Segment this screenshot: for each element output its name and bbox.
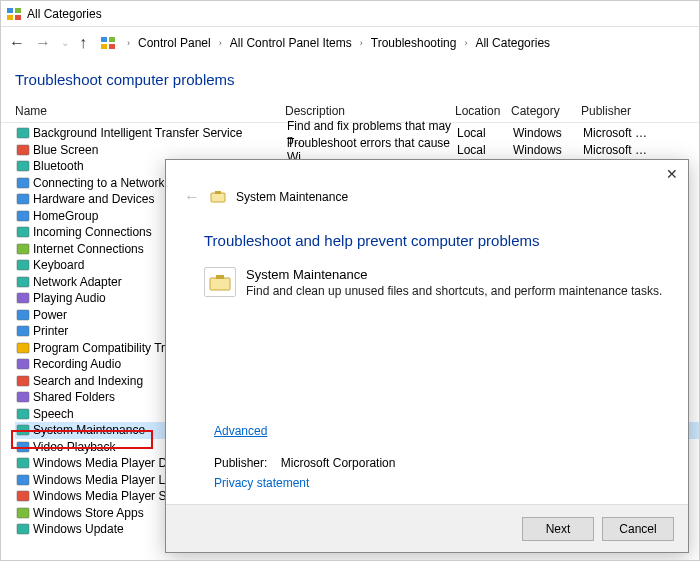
- item-icon: [15, 241, 31, 256]
- item-label: Search and Indexing: [33, 374, 143, 388]
- item-icon: [15, 406, 31, 421]
- item-label: Incoming Connections: [33, 225, 152, 239]
- item-icon: [15, 439, 31, 454]
- item-label: Playing Audio: [33, 291, 106, 305]
- column-header-category[interactable]: Category: [511, 104, 581, 118]
- item-icon: [15, 126, 31, 141]
- svg-rect-24: [17, 392, 29, 402]
- item-icon: [15, 373, 31, 388]
- svg-rect-31: [17, 508, 29, 518]
- svg-rect-22: [17, 359, 29, 369]
- chevron-right-icon[interactable]: ›: [219, 38, 222, 48]
- svg-rect-36: [216, 275, 224, 279]
- item-label: Connecting to a Network: [33, 176, 164, 190]
- item-icon: [15, 258, 31, 273]
- item-icon: [15, 522, 31, 537]
- item-label: Windows Store Apps: [33, 506, 144, 520]
- item-publisher: Microsoft …: [583, 126, 663, 140]
- item-label: Windows Media Player DVD: [33, 456, 171, 470]
- svg-rect-13: [17, 211, 29, 221]
- svg-rect-33: [211, 193, 225, 202]
- page-title: Troubleshoot computer problems: [15, 71, 699, 88]
- svg-rect-16: [17, 260, 29, 270]
- cancel-button[interactable]: Cancel: [602, 517, 674, 541]
- chevron-right-icon[interactable]: ›: [360, 38, 363, 48]
- up-button[interactable]: ↑: [79, 35, 87, 51]
- navigation-bar: ← → ⌄ ↑ › Control Panel › All Control Pa…: [1, 27, 699, 59]
- svg-rect-7: [109, 44, 115, 49]
- svg-rect-26: [17, 425, 29, 435]
- item-label: Windows Update: [33, 522, 124, 536]
- svg-rect-17: [17, 277, 29, 287]
- svg-rect-2: [7, 15, 13, 20]
- item-icon: [15, 423, 31, 438]
- next-button[interactable]: Next: [522, 517, 594, 541]
- item-label: Keyboard: [33, 258, 84, 272]
- item-category: Windows: [513, 126, 583, 140]
- item-label: Windows Media Player Library: [33, 473, 171, 487]
- list-item[interactable]: Blue ScreenTroubleshoot errors that caus…: [15, 142, 699, 159]
- svg-rect-27: [17, 442, 29, 452]
- svg-rect-14: [17, 227, 29, 237]
- item-icon: [15, 489, 31, 504]
- svg-rect-3: [15, 15, 21, 20]
- item-icon: [15, 357, 31, 372]
- svg-rect-29: [17, 475, 29, 485]
- item-location: Local: [457, 126, 513, 140]
- dialog-item-subtitle: Find and clean up unused files and short…: [246, 284, 662, 298]
- breadcrumb-segment[interactable]: Troubleshooting: [369, 34, 459, 52]
- chevron-right-icon[interactable]: ›: [127, 38, 130, 48]
- column-header-publisher[interactable]: Publisher: [581, 104, 661, 118]
- dialog-footer: Next Cancel: [166, 504, 688, 552]
- breadcrumb-segment[interactable]: All Categories: [473, 34, 552, 52]
- item-label: Hardware and Devices: [33, 192, 154, 206]
- item-label: Windows Media Player Settings: [33, 489, 171, 503]
- breadcrumb-segment[interactable]: Control Panel: [136, 34, 213, 52]
- control-panel-icon: [7, 8, 21, 20]
- dialog-item-title: System Maintenance: [246, 267, 662, 282]
- publisher-line: Publisher: Microsoft Corporation: [214, 456, 688, 470]
- back-button[interactable]: ←: [9, 35, 25, 51]
- window-titlebar: All Categories: [1, 1, 699, 27]
- column-header-location[interactable]: Location: [455, 104, 511, 118]
- svg-rect-25: [17, 409, 29, 419]
- svg-rect-15: [17, 244, 29, 254]
- privacy-link[interactable]: Privacy statement: [214, 476, 688, 490]
- recent-dropdown[interactable]: ⌄: [61, 38, 69, 48]
- item-icon: [15, 390, 31, 405]
- svg-rect-20: [17, 326, 29, 336]
- close-button[interactable]: ✕: [666, 166, 678, 182]
- item-icon: [15, 225, 31, 240]
- item-icon: [15, 159, 31, 174]
- maintenance-icon: [210, 189, 226, 205]
- column-header-name[interactable]: Name: [15, 104, 285, 118]
- svg-rect-21: [17, 343, 29, 353]
- item-label: Network Adapter: [33, 275, 122, 289]
- chevron-right-icon[interactable]: ›: [464, 38, 467, 48]
- item-label: Program Compatibility Troubleshooter: [33, 341, 171, 355]
- breadcrumb-segment[interactable]: All Control Panel Items: [228, 34, 354, 52]
- breadcrumb[interactable]: › Control Panel › All Control Panel Item…: [101, 34, 552, 52]
- item-icon: [15, 291, 31, 306]
- item-publisher: Microsoft …: [583, 143, 663, 157]
- dialog-back-button[interactable]: ←: [184, 188, 200, 206]
- item-icon: [15, 472, 31, 487]
- svg-rect-4: [101, 37, 107, 42]
- svg-rect-11: [17, 178, 29, 188]
- item-icon: [15, 192, 31, 207]
- svg-rect-8: [17, 128, 29, 138]
- item-icon: [15, 274, 31, 289]
- svg-rect-9: [17, 145, 29, 155]
- item-category: Windows: [513, 143, 583, 157]
- item-label: Recording Audio: [33, 357, 121, 371]
- item-label: Background Intelligent Transfer Service: [33, 126, 287, 140]
- item-label: Bluetooth: [33, 159, 84, 173]
- column-header-description[interactable]: Description: [285, 104, 455, 118]
- item-icon: [15, 340, 31, 355]
- forward-button[interactable]: →: [35, 35, 51, 51]
- publisher-label: Publisher:: [214, 456, 267, 470]
- troubleshooter-dialog: ✕ ← System Maintenance Troubleshoot and …: [165, 159, 689, 553]
- dialog-title: System Maintenance: [236, 190, 348, 204]
- advanced-link[interactable]: Advanced: [214, 424, 267, 438]
- item-label: Internet Connections: [33, 242, 144, 256]
